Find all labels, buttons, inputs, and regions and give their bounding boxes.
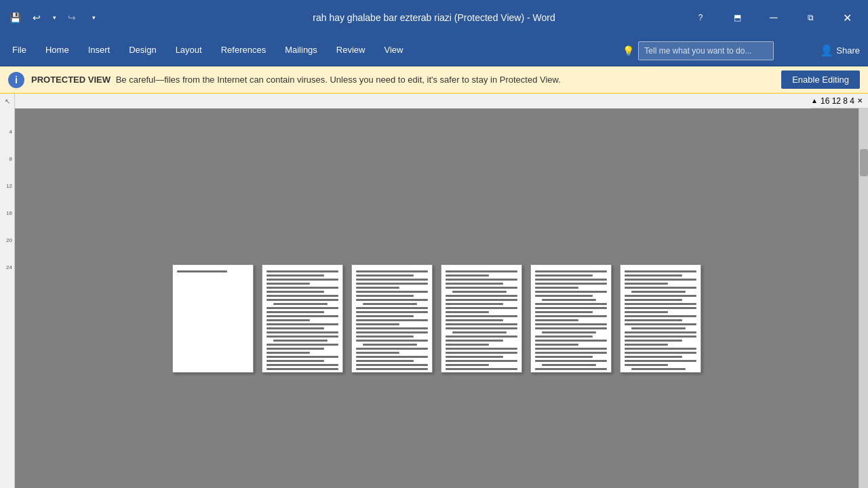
page-line [446, 368, 517, 370]
font-size-down-icon: ▲ [811, 97, 818, 104]
customize-qat-button[interactable]: ▾ [84, 8, 103, 27]
tab-view[interactable]: View [374, 35, 412, 66]
tab-review[interactable]: Review [327, 35, 375, 66]
share-label: Share [836, 45, 860, 56]
page-line [535, 283, 607, 285]
page-line [356, 372, 399, 373]
page-line [267, 331, 338, 333]
page-line [446, 372, 517, 373]
redo-button[interactable]: ↪ [62, 8, 81, 27]
page-line [625, 287, 696, 289]
page-line [625, 331, 696, 333]
page-line [535, 344, 578, 346]
page-line [625, 303, 696, 305]
page-line [363, 344, 417, 346]
page-line [356, 307, 428, 309]
tab-mailings[interactable]: Mailings [275, 35, 327, 66]
help-button[interactable]: ? [685, 7, 716, 28]
tab-home[interactable]: Home [36, 35, 79, 66]
page-line [535, 327, 607, 329]
page-thumbnail-3 [351, 264, 433, 373]
page-line [267, 291, 324, 293]
page-line [535, 336, 593, 338]
page-line [267, 319, 310, 321]
page-line [446, 303, 503, 305]
page-line [356, 352, 399, 354]
page-line [446, 315, 517, 317]
page-line [267, 368, 338, 370]
title-bar-right: ? ⬒ ─ ⧉ ✕ [685, 7, 863, 28]
page-line [267, 364, 338, 366]
scroll-thumb[interactable] [860, 149, 868, 176]
tab-references[interactable]: References [212, 35, 275, 66]
page-line [625, 274, 682, 277]
vertical-scrollbar[interactable] [859, 108, 868, 488]
page-line [535, 307, 607, 309]
page-1-content [173, 265, 253, 282]
tab-design[interactable]: Design [119, 35, 165, 66]
page-line [356, 279, 428, 281]
page-line [446, 356, 503, 358]
page-line [535, 287, 578, 289]
page-line [356, 348, 428, 350]
page-line [356, 270, 428, 272]
undo-dropdown[interactable]: ▾ [49, 8, 60, 27]
lightbulb-icon: 💡 [623, 45, 634, 56]
page-line [356, 311, 428, 313]
ribbon-display-button[interactable]: ⬒ [722, 7, 753, 28]
protected-view-text: PROTECTED VIEW Be careful—files from the… [31, 75, 774, 85]
minimize-button[interactable]: ─ [758, 7, 789, 28]
ruler-mark-24: 24 [6, 264, 12, 270]
page-line [625, 344, 668, 346]
enable-editing-button[interactable]: Enable Editing [781, 70, 860, 89]
page-line [267, 287, 338, 289]
page-line [625, 315, 696, 317]
ruler-mark-20: 20 [6, 237, 12, 243]
tab-layout[interactable]: Layout [166, 35, 212, 66]
page-line [625, 279, 696, 281]
page-line [356, 336, 414, 338]
page-line [625, 307, 696, 309]
page-line [267, 327, 324, 329]
page-line [446, 299, 517, 301]
close-button[interactable]: ✕ [831, 7, 863, 28]
page-line [446, 360, 517, 362]
page-line [535, 323, 607, 325]
tab-insert[interactable]: Insert [79, 35, 120, 66]
page-line [446, 348, 517, 350]
font-size-up-icon: ✕ [857, 97, 863, 104]
page-line [446, 307, 517, 309]
page-line [625, 364, 668, 366]
page-line [267, 348, 324, 350]
page-line [267, 323, 338, 325]
page-line [625, 311, 668, 313]
page-line [446, 279, 517, 281]
page-5-content [531, 265, 611, 373]
save-button[interactable]: 💾 [5, 8, 24, 27]
share-button[interactable]: 👤 Share [814, 35, 865, 66]
undo-button[interactable]: ↩ [27, 8, 46, 27]
page-line [267, 274, 324, 277]
page-line [267, 352, 310, 354]
page-line [267, 299, 338, 301]
page-line [535, 372, 578, 373]
page-line [446, 319, 503, 321]
title-bar-left: 💾 ↩ ▾ ↪ ▾ [5, 8, 103, 27]
page-line [446, 311, 489, 313]
page-thumbnail-4 [441, 264, 522, 373]
info-icon: i [8, 72, 24, 88]
page-line [631, 327, 686, 329]
page-thumbnail-1 [172, 264, 254, 373]
page-line [446, 352, 517, 354]
page-line [535, 360, 607, 362]
search-input[interactable] [638, 41, 774, 60]
restore-button[interactable]: ⧉ [795, 7, 826, 28]
page-line [535, 356, 593, 358]
page-line [267, 295, 338, 297]
page-line [356, 315, 414, 317]
page-line [356, 360, 414, 362]
page-line [446, 274, 489, 277]
page-line [625, 356, 682, 358]
tab-file[interactable]: File [3, 35, 36, 66]
page-4-content [441, 265, 521, 373]
